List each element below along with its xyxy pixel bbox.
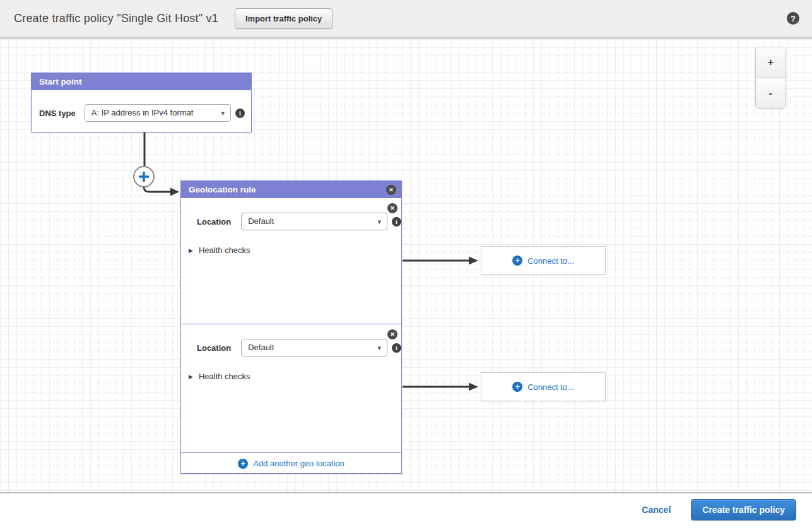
chevron-down-icon: ▾ [221,105,225,121]
action-footer: Cancel Create traffic policy [0,493,812,526]
chevron-down-icon: ▾ [377,213,381,230]
remove-location-icon[interactable]: ✕ [387,329,397,339]
location-info-icon[interactable]: i [392,217,401,227]
top-header-bar: Create traffic policy "Single Git Host" … [0,0,812,39]
add-geo-location-button[interactable]: + Add another geo location [181,452,401,474]
health-checks-toggle[interactable]: ▶ Health checks [189,372,250,381]
connect-to-label: Connect to... [527,256,574,266]
geo-location-section: ✕ Location Default ▾ i ▶ Health checks [181,324,401,452]
location-value: Default [248,343,274,352]
start-point-header: Start point [32,73,251,90]
canvas-zoom-control: + - [755,47,786,109]
health-checks-label: Health checks [199,372,250,381]
cancel-button[interactable]: Cancel [642,505,671,515]
connect-to-endpoint-button[interactable]: + Connect to... [481,372,606,401]
start-point-node: Start point DNS type A: IP address in IP… [31,73,252,132]
zoom-out-button[interactable]: - [756,78,786,108]
disclosure-triangle-icon: ▶ [189,374,193,380]
location-label: Location [197,343,231,353]
import-traffic-policy-button[interactable]: Import traffic policy [235,8,332,29]
delete-rule-icon[interactable]: ✕ [386,185,396,195]
location-row: Location Default ▾ i [181,324,401,356]
create-traffic-policy-button[interactable]: Create traffic policy [691,499,796,521]
location-value: Default [248,216,274,226]
plus-icon: + [238,459,248,469]
start-point-body: DNS type A: IP address in IPv4 format ▾ … [32,90,251,122]
dns-type-select[interactable]: A: IP address in IPv4 format ▾ [85,104,231,122]
policy-editor-canvas: + - Start point DNS type A: IP address i… [0,39,812,493]
plus-icon: + [512,256,522,266]
location-label: Location [197,217,231,227]
connect-to-endpoint-button[interactable]: + Connect to... [481,246,606,275]
remove-location-icon[interactable]: ✕ [387,203,397,213]
geolocation-rule-node: Geolocation rule ✕ ✕ Location Default ▾ … [180,180,402,474]
geolocation-rule-title: Geolocation rule [189,185,386,194]
page-title: Create traffic policy "Single Git Host" … [14,12,218,25]
dns-type-label: DNS type [39,109,76,118]
geo-location-section: ✕ Location Default ▾ i ▶ Health checks [181,198,401,324]
location-row: Location Default ▾ i [181,198,401,230]
plus-icon: + [512,382,522,392]
add-rule-connector-button[interactable] [134,167,154,187]
health-checks-toggle[interactable]: ▶ Health checks [189,245,250,255]
add-geo-location-label: Add another geo location [253,459,344,468]
location-info-icon[interactable]: i [392,343,401,353]
disclosure-triangle-icon: ▶ [189,247,193,254]
dns-type-value: A: IP address in IPv4 format [91,108,194,117]
location-select[interactable]: Default ▾ [241,339,387,356]
dns-type-info-icon[interactable]: i [235,109,245,118]
geolocation-rule-header: Geolocation rule ✕ [181,181,401,198]
chevron-down-icon: ▾ [377,339,381,356]
zoom-in-button[interactable]: + [756,47,786,78]
location-select[interactable]: Default ▾ [241,213,387,230]
start-point-title: Start point [39,77,246,86]
health-checks-label: Health checks [199,245,250,255]
connect-to-label: Connect to... [527,382,574,392]
help-icon[interactable]: ? [787,12,799,25]
